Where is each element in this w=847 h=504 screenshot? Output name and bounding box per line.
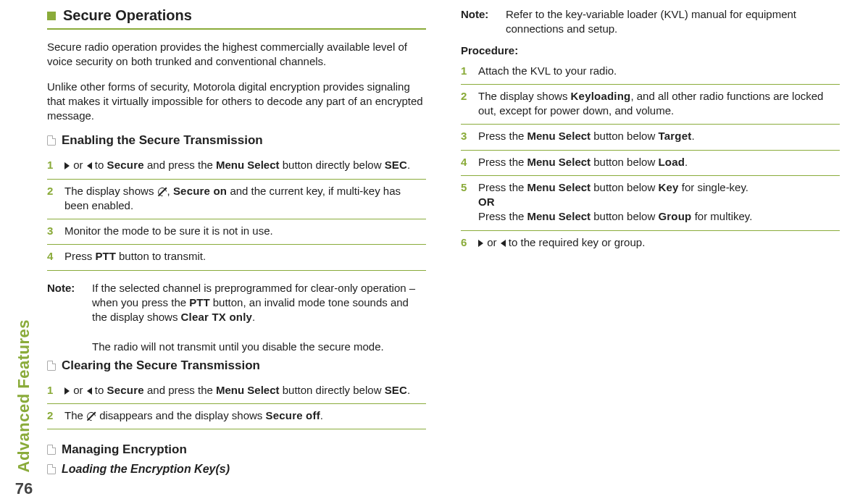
- label-menu-select: Menu Select: [527, 130, 591, 142]
- label-menu-select: Menu Select: [216, 159, 280, 171]
- section-title-text: Secure Operations: [63, 7, 192, 24]
- step-text: Monitor the mode to be sure it is not in…: [64, 224, 426, 238]
- label-keyloading: Keyloading: [571, 90, 631, 102]
- section-title-secure-ops: Secure Operations: [47, 7, 426, 24]
- subheading-enable: Enabling the Secure Transmission: [47, 133, 426, 148]
- step-number: 1: [47, 158, 57, 172]
- step-text: The disappears and the display shows Sec…: [64, 408, 426, 423]
- arrow-left-icon: [87, 387, 92, 395]
- step-text: Press the Menu Select button below Key f…: [478, 180, 840, 224]
- step-number: 2: [461, 89, 471, 104]
- no-secure-icon: [157, 187, 167, 197]
- label-key: Key: [658, 181, 678, 193]
- page-number: 76: [15, 479, 33, 498]
- label-ptt: PTT: [189, 296, 209, 308]
- step-number: 4: [47, 249, 57, 264]
- enable-step-2: 2 The display shows , Secure on and the …: [47, 180, 426, 220]
- arrow-right-icon: [64, 162, 70, 169]
- step-number: 2: [47, 408, 57, 423]
- step-number: 2: [47, 184, 57, 198]
- manage-step-3: 3 Press the Menu Select button below Tar…: [461, 125, 840, 150]
- step-number: 4: [461, 155, 471, 169]
- title-underline: [47, 28, 426, 30]
- step-number: 6: [461, 235, 471, 250]
- step-text: or to Secure and press the Menu Select b…: [64, 158, 426, 172]
- label-sec: SEC: [385, 384, 407, 396]
- procedure-label: Procedure:: [461, 44, 840, 56]
- label-menu-select: Menu Select: [527, 181, 591, 193]
- label-sec: SEC: [385, 159, 407, 171]
- step-text: Press the Menu Select button below Targe…: [478, 129, 840, 143]
- label-secure: Secure: [107, 159, 144, 171]
- step-number: 1: [461, 64, 471, 78]
- label-secure-off: Secure off: [266, 409, 320, 421]
- step-text: The display shows Keyloading, and all ot…: [478, 89, 840, 119]
- sidebar: Advanced Features 76: [6, 0, 42, 504]
- subheading-loading-keys-text: Loading the Encryption Key(s): [62, 463, 230, 476]
- intro-paragraph-1: Secure radio operation provides the high…: [47, 40, 426, 70]
- label-or: OR: [478, 196, 495, 208]
- step-text: or to Secure and press the Menu Select b…: [64, 383, 426, 398]
- enable-note: Note: If the selected channel is preprog…: [47, 281, 426, 354]
- step-number: 5: [461, 180, 471, 195]
- manage-step-1: 1 Attach the KVL to your radio.: [461, 59, 840, 85]
- intro-paragraph-2: Unlike other forms of security, Motorola…: [47, 80, 426, 124]
- page-content: Secure Operations Secure radio operation…: [47, 7, 840, 497]
- label-menu-select: Menu Select: [216, 384, 280, 396]
- subheading-loading-keys: Loading the Encryption Key(s): [47, 463, 426, 476]
- note-label: Note:: [47, 281, 85, 354]
- subheading-managing: Managing Encryption: [47, 442, 426, 457]
- label-menu-select: Menu Select: [527, 156, 591, 168]
- subheading-clearing: Clearing the Secure Transmission: [47, 358, 426, 373]
- manage-step-2: 2 The display shows Keyloading, and all …: [461, 85, 840, 125]
- step-text: or to the required key or group.: [478, 235, 840, 250]
- clear-step-2: 2 The disappears and the display shows S…: [47, 404, 426, 429]
- manage-step-5: 5 Press the Menu Select button below Key…: [461, 176, 840, 231]
- manage-step-6: 6 or to the required key or group.: [461, 231, 840, 256]
- label-target: Target: [658, 130, 691, 142]
- section-tab-label: Advanced Features: [14, 319, 33, 472]
- step-text: Attach the KVL to your radio.: [478, 64, 840, 78]
- arrow-right-icon: [478, 240, 483, 247]
- label-menu-select: Menu Select: [527, 210, 591, 222]
- enable-step-4: 4 Press PTT button to transmit.: [47, 245, 426, 270]
- subheading-enable-text: Enabling the Secure Transmission: [62, 133, 263, 148]
- document-icon: [47, 135, 56, 146]
- label-clear-tx: Clear TX only: [181, 311, 252, 323]
- document-icon: [47, 445, 56, 455]
- note-label: Note:: [461, 7, 498, 37]
- enable-step-3: 3 Monitor the mode to be sure it is not …: [47, 219, 426, 245]
- label-secure: Secure: [107, 384, 144, 396]
- subheading-clearing-text: Clearing the Secure Transmission: [62, 358, 260, 373]
- document-icon: [47, 361, 56, 371]
- step-number: 3: [461, 129, 471, 143]
- step-number: 1: [47, 383, 57, 398]
- label-secure-on: Secure on: [173, 185, 227, 197]
- document-icon: [47, 464, 56, 474]
- square-bullet-icon: [47, 12, 56, 20]
- label-ptt: PTT: [96, 250, 116, 262]
- step-text: Press PTT button to transmit.: [64, 249, 426, 264]
- note-text: If the selected channel is preprogrammed…: [92, 281, 426, 354]
- label-load: Load: [658, 156, 685, 168]
- arrow-left-icon: [87, 162, 92, 169]
- note-text: Refer to the key-variable loader (KVL) m…: [506, 7, 840, 37]
- step-text: Press the Menu Select button below Load.: [478, 155, 840, 169]
- step-number: 3: [47, 224, 57, 238]
- subheading-managing-text: Managing Encryption: [62, 442, 187, 457]
- label-group: Group: [658, 210, 691, 222]
- manage-note: Note: Refer to the key-variable loader (…: [461, 7, 840, 37]
- arrow-right-icon: [64, 387, 70, 395]
- no-secure-icon: [86, 411, 96, 421]
- manage-step-4: 4 Press the Menu Select button below Loa…: [461, 151, 840, 176]
- arrow-left-icon: [501, 240, 506, 247]
- clear-step-1: 1 or to Secure and press the Menu Select…: [47, 379, 426, 404]
- step-text: The display shows , Secure on and the cu…: [64, 184, 426, 214]
- enable-step-1: 1 or to Secure and press the Menu Select…: [47, 154, 426, 179]
